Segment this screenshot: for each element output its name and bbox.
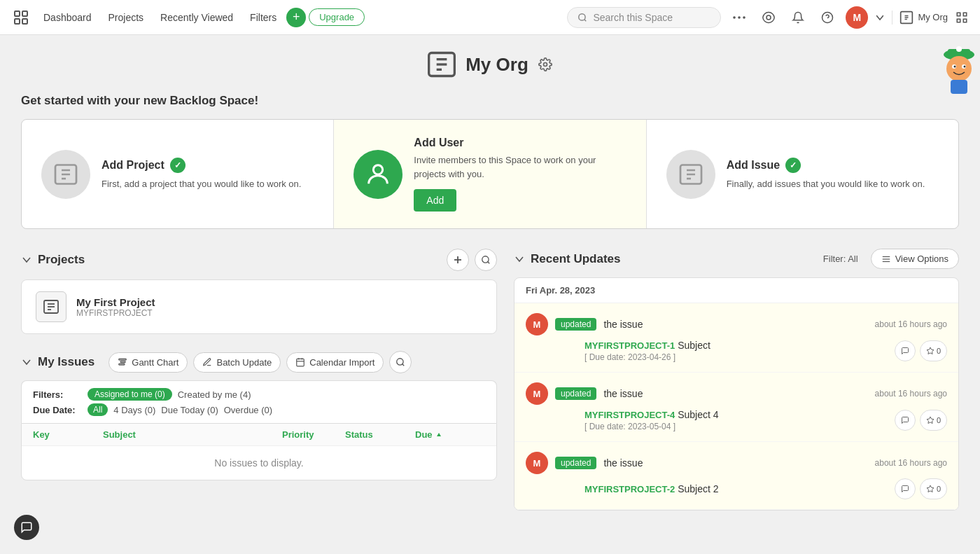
projects-toggle[interactable] [21,254,32,265]
all-filter[interactable]: All [88,403,108,416]
upgrade-button[interactable]: Upgrade [309,8,365,26]
org-badge[interactable]: My Org [892,11,948,25]
star-count-1: 0 [937,347,941,355]
table-empty: No issues to display. [22,446,496,480]
star-button-3[interactable]: 0 [920,478,947,499]
update-bottom-1: MYFIRSTPROJECT-1 Subject [ Due date: 202… [555,340,947,362]
svg-point-26 [374,165,383,174]
nav-projects[interactable]: Projects [102,8,151,27]
svg-point-33 [482,256,489,263]
comment-button-1[interactable] [895,340,916,361]
col-priority[interactable]: Priority [282,429,345,440]
svg-rect-3 [22,19,27,24]
add-button[interactable]: + [286,8,306,27]
update-action-1: the issue [603,319,643,330]
updates-toggle[interactable] [514,254,525,265]
update-actions-1: 0 [895,340,947,361]
update-badge-2: updated [555,387,596,400]
assigned-filter[interactable]: Assigned to me (0) [88,388,172,401]
col-subject[interactable]: Subject [103,429,282,440]
onboard-add-project: Add Project ✓ First, add a project that … [22,120,334,228]
projects-section-title: Projects [38,253,85,267]
update-meta-1: [ Due date: 2023-04-26 ] [584,352,710,362]
nav-right: Search this Space M My Org [567,6,969,29]
update-link-1[interactable]: MYFIRSTPROJECT-1 [584,340,675,351]
calendar-import-button[interactable]: Calendar Import [286,352,384,373]
logo-icon[interactable] [11,8,31,27]
update-actions-2: 0 [895,410,947,431]
nav-recently-viewed[interactable]: Recently Viewed [153,8,240,27]
svg-point-61 [964,66,966,68]
search-bar[interactable]: Search this Space [567,7,721,28]
user-avatar[interactable]: M [846,6,868,29]
update-item: M updated the issue about 16 hours ago M… [514,303,958,373]
onboard-add-issue: Add Issue ✓ Finally, add issues that you… [647,120,958,228]
issue-check-badge: ✓ [785,158,801,173]
project-info: My First Project MYFIRSTPROJECT [76,296,155,318]
update-link-3[interactable]: MYFIRSTPROJECT-2 [584,484,675,494]
update-badge-3: updated [555,457,596,469]
onboard-user-content: Add User Invite members to this Space to… [414,137,626,212]
notification-icon[interactable] [787,6,809,29]
issues-toggle[interactable] [21,356,32,368]
check-badge: ✓ [170,158,186,173]
update-subject-text-3: Subject 2 [678,483,718,494]
help-icon[interactable] [816,6,839,29]
star-button-1[interactable]: 0 [920,340,947,361]
search-projects-button[interactable] [475,249,497,271]
apps-grid-icon[interactable] [955,11,969,25]
project-card[interactable]: My First Project MYFIRSTPROJECT [21,279,497,334]
due-today-filter[interactable]: Due Today (0) [161,405,218,415]
page-header: My Org [21,49,959,80]
star-button-2[interactable]: 0 [920,410,947,431]
onboard-user-title: Add User [414,137,626,149]
welcome-banner: Get started with your new Backlog Space! [21,94,959,108]
view-icon[interactable] [757,6,780,29]
svg-rect-1 [22,11,27,16]
update-detail-1: MYFIRSTPROJECT-1 Subject [ Due date: 202… [584,340,710,362]
update-subject-text-2: Subject 4 [678,409,718,420]
svg-point-4 [579,13,585,20]
search-placeholder: Search this Space [593,12,673,23]
gantt-chart-button[interactable]: Gantt Chart [108,352,188,373]
settings-icon[interactable] [537,56,554,73]
avatar-dropdown-icon[interactable] [875,13,885,22]
svg-rect-40 [120,361,125,363]
view-options-button[interactable]: View Options [871,249,959,269]
col-status[interactable]: Status [345,429,415,440]
col-key[interactable]: Key [33,429,103,440]
svg-line-47 [402,364,405,366]
search-issues-button[interactable] [389,351,412,373]
nav-filters[interactable]: Filters [243,8,284,27]
onboard-project-title: Add Project ✓ [102,158,314,173]
update-link-2[interactable]: MYFIRSTPROJECT-4 [584,410,675,420]
overdue-filter[interactable]: Overdue (0) [224,405,272,415]
svg-marker-51 [927,347,934,354]
onboard-issue-title: Add Issue ✓ [727,158,939,173]
comment-button-2[interactable] [895,410,916,431]
add-user-button[interactable]: Add [414,189,456,212]
main-content: My Org Get started with your new Backlog… [0,35,980,525]
update-item-3: M updated the issue about 16 hours ago M… [514,442,958,510]
created-filter[interactable]: Created by me (4) [178,389,251,400]
more-options-icon[interactable] [728,6,750,29]
nav-dashboard[interactable]: Dashboard [36,8,99,27]
four-days-filter[interactable]: 4 Days (0) [113,405,155,415]
update-avatar-3: M [526,452,548,474]
svg-rect-2 [15,19,20,24]
svg-rect-62 [951,80,967,94]
svg-marker-52 [927,417,934,424]
chat-support-button[interactable] [14,515,39,540]
update-time-3: about 16 hours ago [875,458,947,468]
onboard-add-user: Add User Invite members to this Space to… [334,120,646,228]
onboard-project-content: Add Project ✓ First, add a project that … [102,158,314,191]
table-header: Key Subject Priority Status Due [22,424,496,446]
batch-update-button[interactable]: Batch Update [193,352,281,373]
col-due[interactable]: Due [415,429,485,440]
comment-button-3[interactable] [895,478,916,499]
recent-updates-title: Recent Updates [531,252,620,266]
svg-marker-53 [927,485,934,492]
project-name: My First Project [76,296,155,308]
update-bottom-2: MYFIRSTPROJECT-4 Subject 4 [ Due date: 2… [555,409,947,431]
add-project-button[interactable] [447,249,469,271]
